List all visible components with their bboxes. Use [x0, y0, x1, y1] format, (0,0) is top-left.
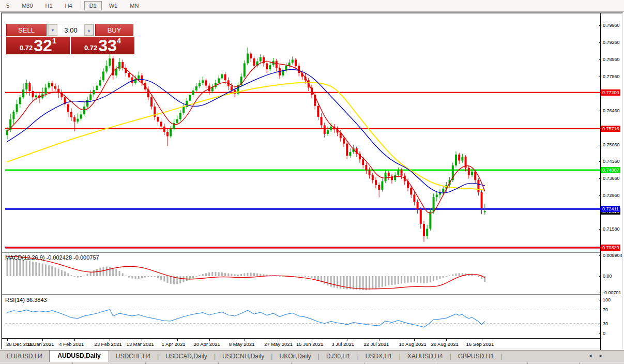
- buy-button[interactable]: BUY: [95, 24, 133, 36]
- date-tick-mark: [245, 339, 245, 341]
- toolbar-separator: [81, 2, 81, 10]
- date-label: 20 Apr 2021: [194, 341, 220, 347]
- axis-tick-mark: [599, 195, 601, 196]
- buy-price-quote[interactable]: 0.72 33 4: [71, 37, 134, 54]
- tab-xauusd-h4[interactable]: XAUUSD,H4: [401, 351, 450, 362]
- date-tick-mark: [209, 339, 210, 341]
- date-label: 15 Jun 2021: [296, 341, 323, 347]
- axis-tick-mark: [599, 276, 601, 277]
- axis-tick-mark: [599, 324, 601, 324]
- date-tick-mark: [42, 339, 43, 341]
- tab-separator: |: [500, 353, 502, 362]
- buy-price-pip: 4: [117, 38, 121, 44]
- date-label: 3 Jul 2021: [331, 341, 354, 347]
- rsi-panel[interactable]: [5, 296, 600, 338]
- sell-price-big: 32: [34, 38, 52, 53]
- axis-tick-mark: [599, 145, 601, 145]
- level-price-label: 0.72411: [601, 206, 620, 212]
- axis-tick-mark: [599, 255, 601, 256]
- buy-price-prefix: 0.72: [84, 43, 97, 53]
- timeframe-button-w1[interactable]: W1: [104, 1, 123, 10]
- timeframe-button-m30[interactable]: M30: [17, 1, 38, 10]
- tab-scroll-right-icon[interactable]: ►: [599, 353, 603, 358]
- level-price-label: 0.75716: [601, 126, 620, 132]
- date-label: 1 Apr 2021: [162, 341, 186, 347]
- macd-axis-label: 0.00: [603, 274, 612, 279]
- axis-tick-mark: [599, 293, 601, 293]
- date-tick-mark: [74, 339, 75, 341]
- axis-tick-mark: [599, 300, 601, 300]
- level-price-label: 0.74007: [601, 167, 620, 173]
- rsi-axis-label: 100: [603, 297, 611, 302]
- tab-eurusd-h4[interactable]: EURUSD,H4: [0, 351, 49, 362]
- sell-button[interactable]: SELL: [6, 24, 47, 36]
- tab-usdchf-h4[interactable]: USDCHF,H4: [109, 351, 157, 362]
- tab-scroll-left-icon[interactable]: ◄: [588, 353, 592, 358]
- tab-ukoil-daily[interactable]: UKOil,Daily: [272, 351, 317, 362]
- volume-decrease-button[interactable]: ▼: [48, 24, 57, 36]
- date-tick-mark: [142, 339, 142, 341]
- level-price-label: 0.70820: [601, 245, 620, 251]
- price-tick-label: 0.75060: [603, 142, 620, 147]
- axis-tick-mark: [599, 310, 601, 310]
- date-tick-mark: [312, 339, 312, 341]
- axis-tick-mark: [599, 111, 601, 111]
- date-label: 16 Jan 2021: [27, 341, 54, 347]
- tab-gbpusd-h1[interactable]: GBPUSD,H1: [451, 351, 500, 362]
- date-tick-mark: [7, 339, 8, 341]
- level-price-label: 0.77200: [601, 89, 620, 96]
- volume-input[interactable]: [57, 24, 84, 36]
- tab-audusd-daily[interactable]: AUDUSD,Daily: [49, 350, 109, 362]
- date-label: 27 May 2021: [264, 341, 293, 347]
- rsi-indicator-label: RSI(14) 36.3843: [5, 297, 47, 303]
- date-label: 4 Feb 2021: [59, 341, 84, 347]
- volume-increase-button[interactable]: ▲: [84, 24, 94, 36]
- chart-tab-bar: EURUSD,H4AUDUSD,DailyUSDCHF,H4|USDCAD,Da…: [0, 350, 624, 362]
- one-click-trading-panel: SELL ▼ ▲ BUY 0.72 32 1 0.72 33 4: [6, 24, 134, 54]
- date-axis: 28 Dec 202016 Jan 20214 Feb 202123 Feb 2…: [5, 339, 600, 350]
- date-tick-mark: [414, 339, 415, 341]
- x-axis-line: [2, 338, 600, 339]
- panel-divider[interactable]: [2, 252, 600, 253]
- rsi-axis-label: 0: [603, 331, 605, 336]
- timeframe-button-h4[interactable]: H4: [60, 1, 78, 10]
- macd-axis-label: 0.008904: [603, 253, 622, 258]
- chart-window: ▲ AUDUSD,Daily 0.72614 0.72953 0.72310 0…: [1, 12, 623, 350]
- tab-dj30-h1[interactable]: DJ30,H1: [319, 351, 357, 362]
- axis-tick-mark: [599, 59, 601, 60]
- timeframe-toolbar: 5M30H1H4D1W1MN: [0, 0, 624, 12]
- timeframe-button-d1[interactable]: D1: [84, 1, 102, 10]
- price-tick-label: 0.78560: [603, 57, 620, 62]
- date-label: 8 May 2021: [229, 341, 255, 347]
- date-label: 22 Jul 2021: [363, 341, 389, 347]
- price-axis: 0.799600.792600.785600.778600.764600.750…: [600, 13, 622, 351]
- sell-price-quote[interactable]: 0.72 32 1: [6, 37, 70, 54]
- tab-usdx-h1[interactable]: USDX,H1: [359, 351, 399, 362]
- axis-tick-mark: [599, 229, 601, 230]
- timeframe-button-5[interactable]: 5: [1, 1, 14, 10]
- date-tick-mark: [347, 339, 347, 341]
- timeframe-button-mn[interactable]: MN: [125, 1, 144, 10]
- buy-price-big: 33: [98, 38, 117, 53]
- tab-usdcad-daily[interactable]: USDCAD,Daily: [159, 351, 214, 362]
- tab-usdcnh-daily[interactable]: USDCNH,Daily: [216, 351, 271, 362]
- price-tick-label: 0.72960: [603, 193, 620, 198]
- panel-divider[interactable]: [2, 294, 600, 295]
- date-label: 10 Aug 2021: [399, 341, 426, 347]
- axis-tick-mark: [599, 77, 601, 77]
- axis-tick-mark: [599, 178, 601, 179]
- date-tick-mark: [280, 339, 280, 341]
- price-tick-label: 0.79960: [603, 23, 620, 28]
- axis-tick-mark: [599, 25, 601, 26]
- sell-price-prefix: 0.72: [20, 43, 33, 53]
- date-tick-mark: [110, 339, 110, 341]
- date-label: 16 Sep 2021: [466, 341, 494, 347]
- timeframe-button-h1[interactable]: H1: [40, 1, 58, 10]
- macd-axis-label: -0.00701: [603, 290, 621, 295]
- date-label: 23 Feb 2021: [94, 341, 121, 347]
- date-label: 13 Mar 2021: [126, 341, 154, 347]
- rsi-axis-label: 70: [603, 307, 608, 312]
- volume-spinner: ▼ ▲: [48, 24, 94, 36]
- price-tick-label: 0.73660: [603, 176, 620, 181]
- date-label: 28 Aug 2021: [431, 341, 458, 347]
